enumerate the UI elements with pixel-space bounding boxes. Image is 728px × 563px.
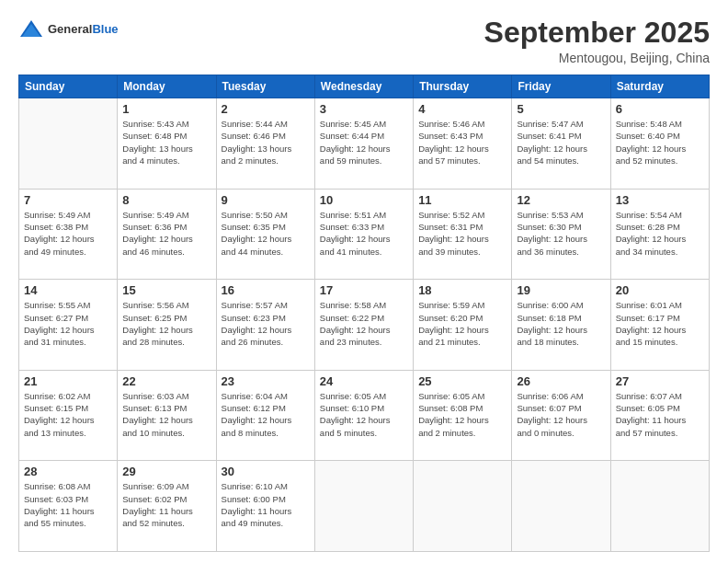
day-info: Sunrise: 5:53 AMSunset: 6:30 PMDaylight:… [517, 209, 605, 258]
table-row: 20Sunrise: 6:01 AMSunset: 6:17 PMDayligh… [610, 280, 709, 371]
table-row: 26Sunrise: 6:06 AMSunset: 6:07 PMDayligh… [512, 370, 610, 461]
day-info: Sunrise: 5:57 AMSunset: 6:23 PMDaylight:… [222, 299, 310, 348]
table-row: 2Sunrise: 5:44 AMSunset: 6:46 PMDaylight… [216, 98, 314, 190]
table-row: 28Sunrise: 6:08 AMSunset: 6:03 PMDayligh… [19, 461, 118, 552]
month-title: September 2025 [484, 17, 710, 49]
day-number: 26 [517, 374, 605, 388]
calendar-week-row: 21Sunrise: 6:02 AMSunset: 6:15 PMDayligh… [19, 370, 710, 461]
table-row [19, 98, 118, 190]
calendar-week-row: 7Sunrise: 5:49 AMSunset: 6:38 PMDaylight… [19, 189, 710, 280]
day-number: 8 [122, 193, 210, 207]
day-number: 13 [616, 193, 704, 207]
table-row: 25Sunrise: 6:05 AMSunset: 6:08 PMDayligh… [414, 370, 512, 461]
col-wednesday: Wednesday [314, 75, 413, 98]
table-row: 27Sunrise: 6:07 AMSunset: 6:05 PMDayligh… [610, 370, 709, 461]
col-tuesday: Tuesday [216, 75, 314, 98]
title-block: September 2025 Mentougou, Beijing, China [484, 17, 710, 65]
day-number: 4 [418, 102, 506, 116]
header: GeneralBlue September 2025 Mentougou, Be… [18, 17, 710, 65]
table-row: 3Sunrise: 5:45 AMSunset: 6:44 PMDaylight… [314, 98, 413, 190]
table-row: 13Sunrise: 5:54 AMSunset: 6:28 PMDayligh… [610, 189, 709, 280]
table-row: 4Sunrise: 5:46 AMSunset: 6:43 PMDaylight… [414, 98, 512, 190]
day-number: 18 [418, 283, 506, 297]
day-info: Sunrise: 6:10 AMSunset: 6:00 PMDaylight:… [222, 480, 310, 529]
day-info: Sunrise: 6:05 AMSunset: 6:10 PMDaylight:… [320, 390, 408, 439]
table-row: 6Sunrise: 5:48 AMSunset: 6:40 PMDaylight… [610, 98, 709, 190]
calendar-week-row: 1Sunrise: 5:43 AMSunset: 6:48 PMDaylight… [19, 98, 710, 190]
day-number: 22 [122, 374, 210, 388]
day-number: 2 [222, 102, 310, 116]
calendar-table: Sunday Monday Tuesday Wednesday Thursday… [18, 75, 710, 552]
day-info: Sunrise: 5:47 AMSunset: 6:41 PMDaylight:… [517, 118, 605, 167]
calendar-header-row: Sunday Monday Tuesday Wednesday Thursday… [19, 75, 710, 98]
day-info: Sunrise: 5:46 AMSunset: 6:43 PMDaylight:… [418, 118, 506, 167]
table-row: 8Sunrise: 5:49 AMSunset: 6:36 PMDaylight… [118, 189, 216, 280]
table-row: 7Sunrise: 5:49 AMSunset: 6:38 PMDaylight… [19, 189, 118, 280]
day-info: Sunrise: 6:04 AMSunset: 6:12 PMDaylight:… [222, 390, 310, 439]
table-row: 22Sunrise: 6:03 AMSunset: 6:13 PMDayligh… [118, 370, 216, 461]
location: Mentougou, Beijing, China [484, 51, 710, 65]
table-row: 29Sunrise: 6:09 AMSunset: 6:02 PMDayligh… [118, 461, 216, 552]
table-row: 15Sunrise: 5:56 AMSunset: 6:25 PMDayligh… [118, 280, 216, 371]
day-number: 21 [24, 374, 112, 388]
table-row: 19Sunrise: 6:00 AMSunset: 6:18 PMDayligh… [512, 280, 610, 371]
day-number: 16 [222, 283, 310, 297]
col-friday: Friday [512, 75, 610, 98]
col-saturday: Saturday [610, 75, 709, 98]
table-row: 9Sunrise: 5:50 AMSunset: 6:35 PMDaylight… [216, 189, 314, 280]
day-info: Sunrise: 5:55 AMSunset: 6:27 PMDaylight:… [24, 299, 112, 348]
day-number: 23 [222, 374, 310, 388]
day-info: Sunrise: 6:08 AMSunset: 6:03 PMDaylight:… [24, 480, 112, 529]
col-sunday: Sunday [19, 75, 118, 98]
day-info: Sunrise: 6:07 AMSunset: 6:05 PMDaylight:… [616, 390, 704, 439]
table-row [414, 461, 512, 552]
table-row: 23Sunrise: 6:04 AMSunset: 6:12 PMDayligh… [216, 370, 314, 461]
table-row: 1Sunrise: 5:43 AMSunset: 6:48 PMDaylight… [118, 98, 216, 190]
table-row: 21Sunrise: 6:02 AMSunset: 6:15 PMDayligh… [19, 370, 118, 461]
table-row: 14Sunrise: 5:55 AMSunset: 6:27 PMDayligh… [19, 280, 118, 371]
day-info: Sunrise: 6:03 AMSunset: 6:13 PMDaylight:… [122, 390, 210, 439]
logo-blue: Blue [92, 22, 118, 36]
day-info: Sunrise: 6:01 AMSunset: 6:17 PMDaylight:… [616, 299, 704, 348]
calendar-body: 1Sunrise: 5:43 AMSunset: 6:48 PMDaylight… [19, 98, 710, 552]
day-info: Sunrise: 6:05 AMSunset: 6:08 PMDaylight:… [418, 390, 506, 439]
day-number: 17 [320, 283, 408, 297]
table-row: 18Sunrise: 5:59 AMSunset: 6:20 PMDayligh… [414, 280, 512, 371]
day-number: 28 [24, 465, 112, 478]
day-number: 20 [616, 283, 704, 297]
day-number: 10 [320, 193, 408, 207]
day-number: 19 [517, 283, 605, 297]
col-monday: Monday [118, 75, 216, 98]
day-info: Sunrise: 5:56 AMSunset: 6:25 PMDaylight:… [122, 299, 210, 348]
day-info: Sunrise: 5:49 AMSunset: 6:38 PMDaylight:… [24, 209, 112, 258]
table-row: 24Sunrise: 6:05 AMSunset: 6:10 PMDayligh… [314, 370, 413, 461]
calendar-week-row: 28Sunrise: 6:08 AMSunset: 6:03 PMDayligh… [19, 461, 710, 552]
day-info: Sunrise: 5:58 AMSunset: 6:22 PMDaylight:… [320, 299, 408, 348]
day-number: 9 [222, 193, 310, 207]
day-number: 3 [320, 102, 408, 116]
day-number: 14 [24, 283, 112, 297]
day-number: 25 [418, 374, 506, 388]
col-thursday: Thursday [414, 75, 512, 98]
day-number: 24 [320, 374, 408, 388]
table-row: 11Sunrise: 5:52 AMSunset: 6:31 PMDayligh… [414, 189, 512, 280]
day-number: 6 [616, 102, 704, 116]
logo-icon [18, 17, 44, 42]
day-info: Sunrise: 5:50 AMSunset: 6:35 PMDaylight:… [222, 209, 310, 258]
day-info: Sunrise: 6:06 AMSunset: 6:07 PMDaylight:… [517, 390, 605, 439]
logo-general: General [48, 22, 92, 36]
day-info: Sunrise: 5:48 AMSunset: 6:40 PMDaylight:… [616, 118, 704, 167]
day-info: Sunrise: 6:02 AMSunset: 6:15 PMDaylight:… [24, 390, 112, 439]
logo-text: GeneralBlue [48, 23, 119, 36]
day-number: 12 [517, 193, 605, 207]
table-row [314, 461, 413, 552]
logo: GeneralBlue [18, 17, 119, 42]
calendar-week-row: 14Sunrise: 5:55 AMSunset: 6:27 PMDayligh… [19, 280, 710, 371]
table-row [610, 461, 709, 552]
page: GeneralBlue September 2025 Mentougou, Be… [0, 0, 728, 563]
day-number: 30 [222, 465, 310, 478]
day-info: Sunrise: 5:59 AMSunset: 6:20 PMDaylight:… [418, 299, 506, 348]
day-info: Sunrise: 5:52 AMSunset: 6:31 PMDaylight:… [418, 209, 506, 258]
table-row: 30Sunrise: 6:10 AMSunset: 6:00 PMDayligh… [216, 461, 314, 552]
day-info: Sunrise: 5:43 AMSunset: 6:48 PMDaylight:… [122, 118, 210, 167]
